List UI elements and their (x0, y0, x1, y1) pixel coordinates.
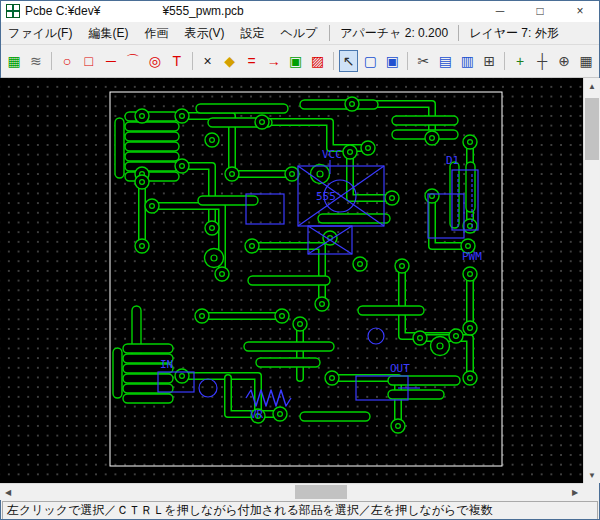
parts-palette-icon[interactable]: ▦ (4, 50, 24, 72)
toolbar: ▦≋○□─⌒◎T×◆=→▣▨↖▢▣✂▤▥⊞+┼⊕▦ (0, 44, 600, 78)
copper-bar (244, 342, 334, 351)
toolbar-separator (504, 52, 505, 70)
menu-item-draw[interactable]: 作画 (136, 22, 176, 44)
copper-bar (392, 116, 458, 125)
minimize-button[interactable]: ─ (480, 0, 520, 22)
horizontal-scrollbar[interactable]: ◀ ▶ (0, 483, 583, 500)
tool-select-part[interactable]: ▣ (382, 50, 402, 72)
maximize-button[interactable]: □ (520, 0, 560, 22)
pad (275, 309, 289, 323)
line-style-icon[interactable]: ≋ (26, 50, 46, 72)
vertical-scroll-thumb[interactable] (585, 98, 599, 160)
pcb-drawing: 555VCCD1PWMOUTINVR (0, 78, 583, 483)
tool-cut[interactable]: ✂ (413, 50, 433, 72)
scroll-down-button[interactable]: ▼ (584, 467, 600, 483)
copper-bar (125, 152, 179, 161)
layer-indicator[interactable]: レイヤー 7: 外形 (463, 25, 565, 42)
copper-bar (125, 132, 179, 141)
silk-label: OUT (390, 362, 410, 375)
silk-resistor (246, 390, 291, 406)
pad (463, 371, 477, 385)
tool-select[interactable]: ↖ (339, 50, 359, 72)
silk-label: IN (160, 358, 173, 371)
pad (353, 257, 367, 271)
copper-bar (123, 344, 173, 353)
window-controls: ─ □ × (480, 0, 600, 22)
pad (395, 259, 409, 273)
tool-paste[interactable]: ▥ (457, 50, 477, 72)
toolbar-separator (407, 52, 408, 70)
menubar: ファイル(F) 編集(E) 作画 表示(V) 設定 ヘルプ アパーチャ 2: 0… (0, 22, 600, 44)
copper-bar (125, 122, 179, 131)
tool-stretch[interactable]: → (264, 50, 284, 72)
pad (175, 159, 189, 173)
window-title: Pcbe C:¥dev¥ (25, 4, 100, 18)
pad (425, 189, 439, 203)
pad (293, 317, 307, 331)
pad (345, 97, 359, 111)
app-window: Pcbe C:¥dev¥ ¥555_pwm.pcb ─ □ × ファイル(F) … (0, 0, 600, 520)
copper-bar (388, 390, 444, 399)
silk-label: VR (250, 408, 264, 421)
toolbar-separator (192, 52, 193, 70)
zoom-icon[interactable]: ⊕ (554, 50, 574, 72)
tool-line[interactable]: ─ (101, 50, 121, 72)
pad (205, 133, 219, 147)
scroll-up-button[interactable]: ▲ (584, 78, 600, 94)
aperture-indicator[interactable]: アパーチャ 2: 0.200 (334, 25, 454, 42)
silk-label: D1 (446, 154, 459, 167)
pad (175, 369, 189, 383)
tool-fill[interactable]: ▨ (308, 50, 328, 72)
tool-circle[interactable]: ○ (57, 50, 77, 72)
toolbar-separator (51, 52, 52, 70)
menu-item-view[interactable]: 表示(V) (176, 22, 232, 44)
tool-eraser[interactable]: ◆ (220, 50, 240, 72)
horizontal-scroll-thumb[interactable] (295, 485, 347, 499)
menu-item-help[interactable]: ヘルプ (272, 22, 325, 44)
copper-bar (196, 104, 288, 113)
via (431, 337, 450, 356)
tool-equal[interactable]: = (242, 50, 262, 72)
tool-crosshair[interactable]: ┼ (532, 50, 552, 72)
via (205, 249, 224, 268)
grid-icon[interactable]: ▦ (576, 50, 596, 72)
close-button[interactable]: × (560, 0, 600, 22)
copper-bar (125, 142, 179, 151)
tool-arc[interactable]: ⌒ (123, 50, 143, 72)
pad (449, 329, 463, 343)
tool-select-area[interactable]: ▢ (360, 50, 380, 72)
tool-pad[interactable]: ◎ (145, 50, 165, 72)
pad (413, 331, 427, 345)
pad (245, 239, 259, 253)
tool-move-part[interactable]: ▣ (286, 50, 306, 72)
tool-text[interactable]: T (167, 50, 187, 72)
copper-bar (248, 276, 330, 285)
scroll-right-button[interactable]: ▶ (567, 484, 583, 500)
menu-item-settings[interactable]: 設定 (232, 22, 272, 44)
tool-origin[interactable]: + (510, 50, 530, 72)
pad (135, 109, 149, 123)
tool-array[interactable]: ⊞ (479, 50, 499, 72)
menu-item-edit[interactable]: 編集(E) (80, 22, 136, 44)
toolbar-separator (333, 52, 334, 70)
copper-trace-inner (252, 246, 322, 304)
tool-rect[interactable]: □ (79, 50, 99, 72)
copper-bar (123, 374, 173, 383)
copper-bar (123, 394, 173, 403)
vertical-scrollbar[interactable]: ▲ ▼ (583, 78, 600, 483)
pad (325, 371, 339, 385)
pcb-canvas[interactable]: 555VCCD1PWMOUTINVR (0, 78, 583, 483)
copper-bar (318, 214, 390, 223)
pad (315, 297, 329, 311)
pad (225, 167, 239, 181)
silk-label: 555 (316, 190, 336, 203)
pad (135, 175, 149, 189)
tool-cutter[interactable]: × (198, 50, 218, 72)
scroll-left-button[interactable]: ◀ (0, 484, 16, 500)
horizontal-scroll-row: ◀ ▶ (0, 483, 600, 500)
menu-item-file[interactable]: ファイル(F) (0, 22, 80, 44)
tool-copy[interactable]: ▤ (435, 50, 455, 72)
pad (273, 407, 287, 421)
pad (463, 321, 477, 335)
pad (385, 191, 399, 205)
